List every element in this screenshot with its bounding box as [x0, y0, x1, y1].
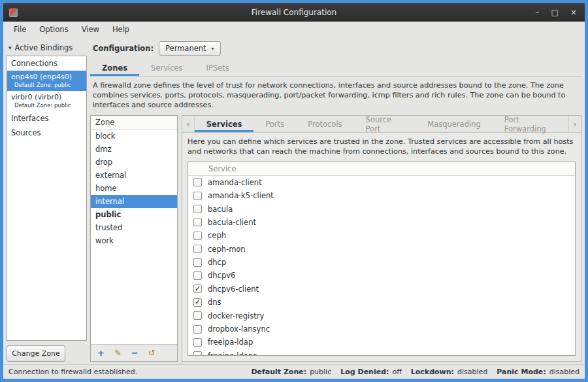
service-checkbox[interactable]: [193, 325, 202, 334]
tab-scroll-left-icon[interactable]: ‹: [182, 116, 195, 132]
connections-label: Connections: [7, 56, 86, 71]
service-checkbox-checked[interactable]: ✓: [193, 285, 202, 293]
zone-name: public: [95, 210, 121, 219]
service-name: amanda-k5-client: [208, 191, 274, 200]
service-row[interactable]: ✓ dns: [188, 296, 575, 309]
zones-page: A firewalld zone defines the level of tr…: [90, 77, 581, 362]
active-bindings-expander[interactable]: ▾ Active Bindings: [7, 40, 87, 56]
service-checkbox[interactable]: [193, 245, 202, 253]
tab-zone-masquerading[interactable]: Masquerading: [416, 116, 492, 132]
maximize-icon[interactable]: □: [551, 9, 559, 16]
service-row[interactable]: freeipa-ldap: [188, 336, 575, 349]
tab-ipsets[interactable]: IPSets: [195, 60, 241, 76]
service-checkbox[interactable]: [193, 178, 202, 186]
zone-row[interactable]: work: [91, 234, 177, 247]
statusbar: Connection to firewalld established. Def…: [3, 364, 585, 379]
service-checkbox[interactable]: [193, 311, 202, 320]
menu-file[interactable]: File: [7, 22, 33, 37]
service-name: ceph: [208, 231, 226, 240]
service-name: ceph-mon: [208, 245, 246, 254]
zone-name: dmz: [95, 145, 112, 154]
edit-zone-icon[interactable]: ✎: [114, 349, 122, 357]
service-row[interactable]: ✓ dhcpv6-client: [188, 283, 575, 296]
zone-row[interactable]: external: [91, 169, 177, 182]
service-checkbox[interactable]: [193, 271, 202, 280]
zone-row[interactable]: dmz: [91, 143, 177, 156]
connection-name: enp4s0 (enp4s0): [11, 73, 82, 81]
service-row[interactable]: dropbox-lansync: [188, 322, 575, 336]
sources-label[interactable]: Sources: [7, 126, 86, 140]
status-label: Lockdown:: [411, 368, 454, 376]
zone-settings-notebook: ‹ Services Ports Protocols Source Port M…: [182, 115, 581, 362]
zone-row[interactable]: block: [91, 130, 177, 143]
connection-virbr0[interactable]: virbr0 (virbr0) Default Zone: public: [7, 91, 86, 111]
zone-column-header[interactable]: Zone: [91, 116, 177, 130]
menu-options[interactable]: Options: [33, 22, 74, 37]
service-row[interactable]: bacula-client: [188, 216, 575, 229]
interfaces-label[interactable]: Interfaces: [7, 111, 86, 126]
minimize-icon[interactable]: –: [536, 9, 540, 16]
zone-toolbar: + ✎ − ↺: [91, 344, 177, 361]
service-row[interactable]: amanda-client: [188, 176, 575, 189]
tab-services[interactable]: Services: [139, 60, 195, 76]
active-bindings-label: Active Bindings: [15, 43, 73, 52]
menubar: File Options View Help: [3, 22, 585, 37]
change-zone-button[interactable]: Change Zone: [7, 345, 65, 362]
connection-zone: Default Zone: public: [11, 102, 82, 109]
close-icon[interactable]: ×: [570, 9, 577, 16]
service-row[interactable]: ceph: [188, 229, 575, 242]
tab-zone-source-port[interactable]: Source Port: [354, 116, 416, 132]
zone-name: internal: [95, 197, 124, 206]
status-value: disabled: [457, 368, 487, 376]
service-row[interactable]: dhcp: [188, 256, 575, 269]
load-zone-defaults-icon[interactable]: ↺: [148, 349, 155, 357]
tab-zone-ports[interactable]: Ports: [253, 116, 296, 132]
status-label: Default Zone:: [251, 368, 306, 376]
tab-scroll-right-icon[interactable]: ›: [568, 116, 581, 132]
zone-name: trusted: [95, 223, 122, 232]
service-row[interactable]: amanda-k5-client: [188, 189, 575, 202]
zone-row-selected[interactable]: internal: [91, 195, 177, 208]
service-checkbox[interactable]: [193, 218, 202, 226]
connection-enp4s0[interactable]: enp4s0 (enp4s0) Default Zone: public: [7, 71, 86, 91]
configuration-dropdown[interactable]: Permanent ▾: [159, 41, 221, 56]
zone-list-panel: Zone block dmz drop external home intern…: [90, 115, 178, 362]
service-row[interactable]: docker-registry: [188, 309, 575, 322]
service-name: dhcp: [208, 258, 226, 267]
service-checkbox[interactable]: [193, 205, 202, 213]
status-log-denied: Log Denied: off: [340, 368, 402, 376]
service-row[interactable]: ceph-mon: [188, 243, 575, 256]
service-row[interactable]: bacula: [188, 202, 575, 215]
zone-row[interactable]: trusted: [91, 221, 177, 234]
services-tab-content: Here you can define which services are t…: [182, 133, 581, 361]
add-zone-icon[interactable]: +: [97, 349, 105, 357]
service-row[interactable]: dhcpv6: [188, 269, 575, 282]
zone-row[interactable]: home: [91, 182, 177, 195]
status-panic-mode: Panic Mode: disabled: [497, 368, 580, 376]
tab-zones[interactable]: Zones: [90, 60, 139, 76]
service-checkbox[interactable]: [193, 351, 202, 355]
service-name: dropbox-lansync: [208, 324, 270, 334]
service-checkbox[interactable]: [193, 338, 202, 347]
status-default-zone: Default Zone: public: [251, 368, 331, 376]
tab-zone-port-forwarding[interactable]: Port Forwarding: [493, 116, 568, 132]
menu-view[interactable]: View: [75, 22, 106, 37]
zone-row-default[interactable]: public: [91, 208, 177, 221]
zone-name: home: [95, 184, 117, 193]
chevron-down-icon: ▾: [212, 46, 214, 52]
configuration-value: Permanent: [165, 44, 206, 53]
zone-row[interactable]: drop: [91, 156, 177, 169]
tab-zone-services[interactable]: Services: [195, 116, 254, 132]
menu-help[interactable]: Help: [106, 22, 136, 37]
services-listbox: Service amanda-client amanda-k5-client: [188, 162, 576, 356]
tab-zone-protocols[interactable]: Protocols: [296, 116, 353, 132]
service-checkbox[interactable]: [193, 192, 202, 200]
service-column-header[interactable]: Service: [188, 162, 575, 176]
service-checkbox[interactable]: [193, 258, 202, 267]
remove-zone-icon[interactable]: −: [131, 349, 139, 357]
check-icon: ✓: [195, 298, 201, 305]
zone-list: block dmz drop external home internal pu…: [91, 130, 177, 344]
service-row[interactable]: freeipa-ldaps: [188, 349, 575, 355]
service-checkbox[interactable]: [193, 232, 202, 240]
service-checkbox-checked[interactable]: ✓: [193, 298, 202, 307]
